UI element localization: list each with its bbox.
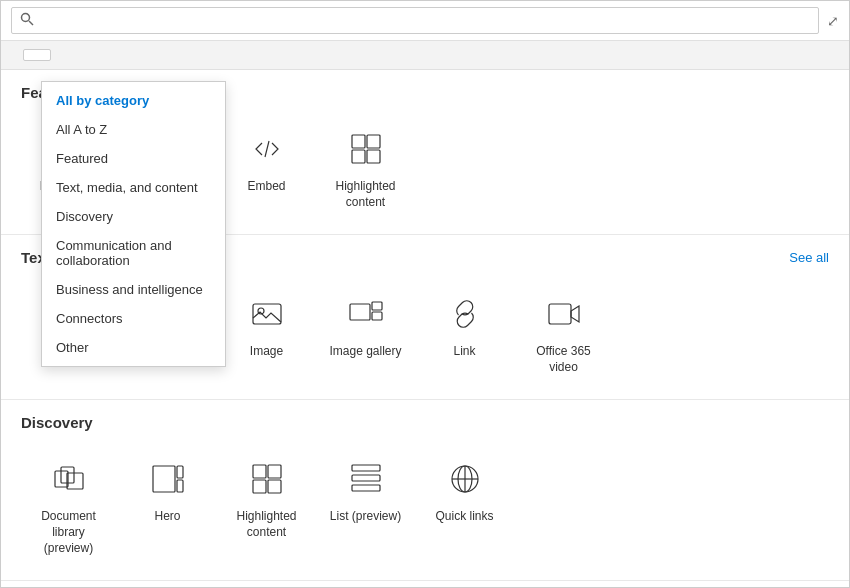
webpart-image[interactable]: Image — [219, 282, 314, 385]
svg-rect-26 — [153, 466, 175, 492]
svg-rect-33 — [352, 465, 380, 471]
webpart-document-library[interactable]: Document library (preview) — [21, 447, 116, 566]
webpart-image-gallery[interactable]: Image gallery — [318, 282, 413, 385]
image-icon — [245, 292, 289, 336]
svg-rect-10 — [367, 150, 380, 163]
webpart-label-highlighted-content: Highlighted content — [324, 179, 407, 210]
webpart-list-preview[interactable]: List (preview) — [318, 447, 413, 566]
webpart-highlighted-content[interactable]: Highlighted content — [318, 117, 413, 220]
svg-rect-9 — [352, 150, 365, 163]
svg-rect-31 — [253, 480, 266, 493]
webpart-quick-links[interactable]: Quick links — [417, 447, 512, 566]
webpart-label-list-preview: List (preview) — [330, 509, 401, 525]
search-input[interactable] — [40, 13, 810, 28]
webpart-label-embed: Embed — [247, 179, 285, 195]
header: ⤢ — [1, 1, 849, 41]
webparts-grid-discovery: Document library (preview)HeroHighlighte… — [21, 447, 829, 566]
expand-icon[interactable]: ⤢ — [827, 13, 839, 29]
section-communication-collaboration: Communication and collaboration1EventsGr… — [1, 581, 849, 587]
svg-rect-35 — [352, 485, 380, 491]
webpart-embed[interactable]: Embed — [219, 117, 314, 220]
search-box[interactable] — [11, 7, 819, 34]
webpart-label-link2: Link — [453, 344, 475, 360]
section-title-discovery: Discovery — [21, 414, 93, 431]
svg-rect-25 — [67, 473, 83, 489]
dropdown-item-other[interactable]: Other — [42, 333, 225, 362]
svg-line-1 — [29, 21, 33, 25]
svg-line-6 — [265, 141, 269, 157]
list-icon — [344, 457, 388, 501]
embed-icon — [245, 127, 289, 171]
dropdown-item-discovery[interactable]: Discovery — [42, 202, 225, 231]
svg-rect-19 — [372, 302, 382, 310]
webpart-label-hero: Hero — [154, 509, 180, 525]
category-bar — [1, 41, 849, 70]
webpart-hero[interactable]: Hero — [120, 447, 215, 566]
svg-rect-34 — [352, 475, 380, 481]
svg-rect-29 — [253, 465, 266, 478]
dropdown-item-connectors[interactable]: Connectors — [42, 304, 225, 333]
svg-point-0 — [22, 14, 30, 22]
quick-links-icon — [443, 457, 487, 501]
link-icon — [443, 292, 487, 336]
see-all-text-media[interactable]: See all — [789, 250, 829, 265]
svg-rect-8 — [367, 135, 380, 148]
svg-rect-27 — [177, 466, 183, 478]
hero-icon — [146, 457, 190, 501]
dropdown-item-communication-collaboration[interactable]: Communication and collaboration — [42, 231, 225, 275]
svg-rect-28 — [177, 480, 183, 492]
svg-rect-30 — [268, 465, 281, 478]
search-icon — [20, 12, 34, 29]
category-dropdown-menu: All by categoryAll A to ZFeaturedText, m… — [41, 81, 226, 367]
webpart-highlighted-content2[interactable]: Highlighted content — [219, 447, 314, 566]
webpart-label-image: Image — [250, 344, 283, 360]
main-panel: ⤢ All by categoryAll A to ZFeaturedText,… — [0, 0, 850, 588]
dropdown-item-business-intelligence[interactable]: Business and intelligence — [42, 275, 225, 304]
svg-rect-7 — [352, 135, 365, 148]
webpart-label-highlighted-content2: Highlighted content — [225, 509, 308, 540]
dropdown-item-all-a-to-z[interactable]: All A to Z — [42, 115, 225, 144]
webpart-label-document-library: Document library (preview) — [27, 509, 110, 556]
webpart-label-quick-links: Quick links — [435, 509, 493, 525]
svg-marker-22 — [571, 306, 579, 322]
dropdown-item-featured[interactable]: Featured — [42, 144, 225, 173]
image-gallery-icon — [344, 292, 388, 336]
highlighted-content-icon — [344, 127, 388, 171]
webpart-link2[interactable]: Link — [417, 282, 512, 385]
webpart-office365-video[interactable]: Office 365 video — [516, 282, 611, 385]
section-header-discovery: Discovery — [21, 414, 829, 431]
svg-rect-21 — [549, 304, 571, 324]
svg-rect-18 — [350, 304, 370, 320]
highlighted-content-icon — [245, 457, 289, 501]
webpart-label-image-gallery: Image gallery — [329, 344, 401, 360]
office365-video-icon — [542, 292, 586, 336]
document-library-icon — [47, 457, 91, 501]
dropdown-item-all-by-category[interactable]: All by category — [42, 86, 225, 115]
category-dropdown[interactable] — [23, 49, 51, 61]
dropdown-item-text-media-content[interactable]: Text, media, and content — [42, 173, 225, 202]
webpart-label-office365-video: Office 365 video — [522, 344, 605, 375]
svg-rect-32 — [268, 480, 281, 493]
svg-rect-20 — [372, 312, 382, 320]
section-discovery: DiscoveryDocument library (preview)HeroH… — [1, 400, 849, 581]
